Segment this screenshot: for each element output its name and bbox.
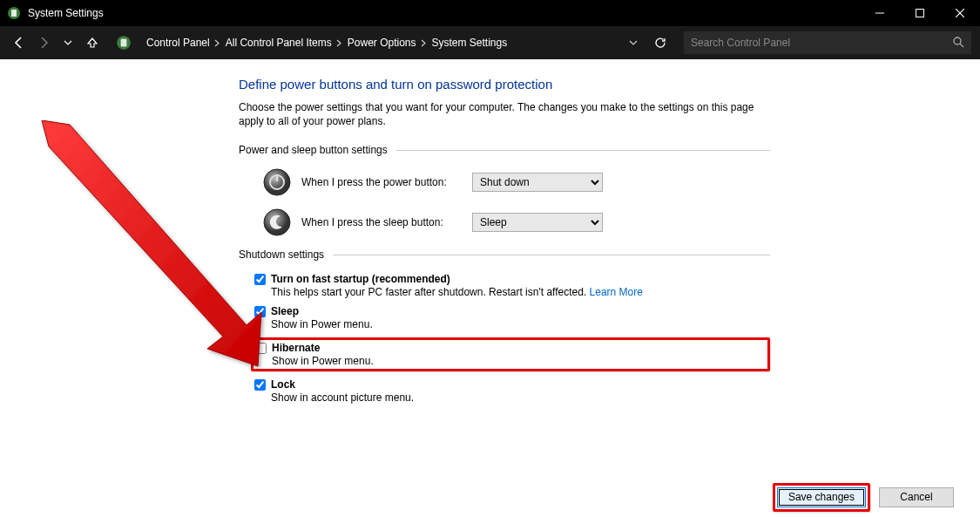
sleep-button-label: When I press the sleep button: (301, 216, 472, 228)
power-button-label: When I press the power button: (301, 176, 472, 188)
navbar: Control Panel All Control Panel Items Po… (0, 26, 980, 59)
breadcrumb-item[interactable]: Power Options (344, 37, 420, 49)
svg-line-9 (960, 44, 963, 47)
hibernate-option-label: Hibernate (272, 342, 374, 354)
fast-startup-label: Turn on fast startup (recommended) (271, 273, 643, 285)
chevron-right-icon[interactable] (419, 39, 428, 47)
hibernate-checkbox[interactable] (255, 343, 267, 354)
breadcrumb-item[interactable]: Control Panel (143, 37, 213, 49)
search-input[interactable] (691, 37, 952, 49)
page-description: Choose the power settings that you want … (239, 100, 770, 128)
power-button-select[interactable]: Shut down (472, 173, 603, 192)
close-button[interactable] (940, 0, 980, 26)
sleep-option-label: Sleep (271, 305, 373, 317)
save-highlight: Save changes (773, 483, 870, 512)
chevron-right-icon[interactable] (335, 39, 344, 47)
address-icon (115, 34, 132, 51)
breadcrumb-item[interactable]: System Settings (428, 37, 510, 49)
sleep-button-select[interactable]: Sleep (472, 213, 603, 232)
svg-point-10 (264, 169, 290, 195)
cancel-button[interactable]: Cancel (879, 487, 954, 507)
breadcrumb[interactable]: Control Panel All Control Panel Items Po… (141, 31, 645, 54)
sleep-option-desc: Show in Power menu. (271, 318, 373, 330)
breadcrumb-item[interactable]: All Control Panel Items (222, 37, 335, 49)
fast-startup-checkbox[interactable] (254, 274, 266, 285)
sleep-checkbox[interactable] (254, 306, 266, 317)
section-shutdown: Shutdown settings (239, 248, 770, 261)
chevron-down-icon[interactable] (625, 38, 642, 47)
up-button[interactable] (82, 32, 103, 53)
content-area: Define power buttons and turn on passwor… (0, 59, 980, 517)
forward-button[interactable] (33, 32, 54, 53)
refresh-button[interactable] (649, 31, 672, 54)
lock-option-desc: Show in account picture menu. (271, 391, 414, 404)
search-icon[interactable] (952, 36, 964, 51)
fast-startup-desc: This helps start your PC faster after sh… (271, 286, 643, 298)
svg-rect-3 (916, 10, 924, 17)
svg-rect-7 (121, 39, 127, 47)
page-title: Define power buttons and turn on passwor… (239, 77, 770, 92)
footer: Save changes Cancel (0, 477, 980, 517)
maximize-button[interactable] (900, 0, 940, 26)
titlebar: System Settings (0, 0, 980, 26)
recent-dropdown-icon[interactable] (57, 32, 78, 53)
minimize-button[interactable] (860, 0, 900, 26)
lock-option-label: Lock (271, 378, 414, 391)
moon-icon (263, 208, 291, 236)
svg-marker-14 (42, 120, 261, 366)
search-box[interactable] (684, 31, 971, 54)
svg-point-8 (954, 37, 961, 44)
lock-checkbox[interactable] (254, 379, 266, 391)
save-button[interactable]: Save changes (777, 487, 866, 507)
window-title: System Settings (28, 7, 104, 19)
back-button[interactable] (9, 32, 30, 53)
power-icon (263, 168, 291, 196)
section-power-buttons: Power and sleep button settings (239, 144, 770, 156)
hibernate-option-desc: Show in Power menu. (272, 355, 374, 367)
chevron-right-icon[interactable] (213, 39, 222, 47)
hibernate-highlight: Hibernate Show in Power menu. (251, 337, 770, 371)
svg-rect-1 (11, 10, 17, 17)
learn-more-link[interactable]: Learn More (590, 286, 643, 298)
app-icon (7, 6, 21, 20)
svg-point-13 (264, 209, 290, 235)
